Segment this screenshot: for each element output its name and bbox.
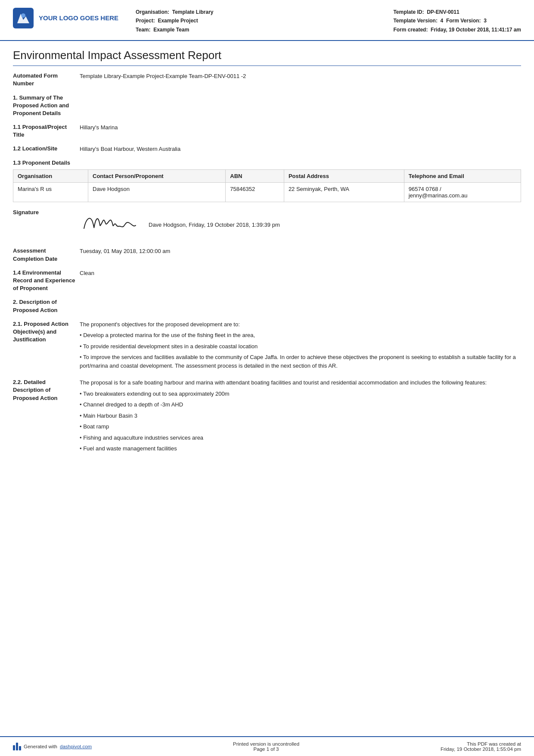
section2-2-bullet-4: • Boat ramp	[80, 422, 521, 431]
signature-row: Signature Dave Hodgson, Friday, 19 Octob…	[13, 209, 521, 240]
org-line: Organisation: Template Library	[136, 8, 393, 16]
project-label: Project:	[136, 18, 155, 24]
project-line: Project: Example Project	[136, 16, 393, 25]
section2-2-bullet-2: • Channel dredged to a depth of -3m AHD	[80, 400, 521, 409]
table-header-row: Organisation Contact Person/Proponent AB…	[13, 169, 521, 182]
logo-text: YOUR LOGO GOES HERE	[39, 14, 118, 22]
section1-3-heading: 1.3 Proponent Details	[13, 159, 521, 166]
section1-4-label: 1.4 Environmental Record and Experience …	[13, 269, 80, 293]
cell-telephone: 96574 0768 /jenny@marinas.com.au	[404, 182, 521, 202]
template-version-value: 4	[441, 18, 444, 24]
section2-1-row: 2.1. Proposed Action Objective(s) and Ju…	[13, 320, 521, 373]
section1-4-row: 1.4 Environmental Record and Experience …	[13, 269, 521, 293]
section2-1-bullet-1: • Develop a protected marina for the use…	[80, 331, 521, 340]
bar2	[16, 743, 18, 750]
footer-center: Printed version is uncontrolled Page 1 o…	[233, 741, 299, 752]
section1-1-label: 1.1 Proposal/Project Title	[13, 123, 80, 139]
header: YOUR LOGO GOES HERE Organisation: Templa…	[0, 0, 534, 41]
section2-2-intro: The proposal is for a safe boating harbo…	[80, 378, 521, 387]
section2-label: 2. Description of Proposed Action	[13, 298, 80, 314]
logo-block: YOUR LOGO GOES HERE	[13, 8, 118, 28]
section2-1-intro: The proponent's objectives for the propo…	[80, 320, 521, 329]
svg-point-1	[21, 13, 25, 18]
section1-row: 1. Summary of The Proposed Action and Pr…	[13, 94, 521, 118]
section1-2-row: 1.2 Location/Site Hillary's Boat Harbour…	[13, 145, 521, 153]
team-label: Team:	[136, 27, 150, 33]
svg-rect-0	[13, 8, 34, 28]
header-right: Template ID: DP-ENV-0011 Template Versio…	[393, 8, 521, 34]
cell-organisation: Marina's R us	[13, 182, 88, 202]
main-content: Environmental Impact Assessment Report A…	[0, 41, 534, 736]
form-created-label: Form created:	[393, 27, 428, 33]
bar3	[19, 746, 21, 750]
footer: Generated with dashpivot.com Printed ver…	[0, 736, 534, 756]
col-postal: Postal Address	[284, 169, 404, 182]
section1-1-value: Hillary's Marina	[80, 123, 521, 132]
col-organisation: Organisation	[13, 169, 88, 182]
signature-cursive	[80, 209, 140, 238]
bar1	[13, 745, 15, 750]
section2-2-bullet-5: • Fishing and aquaculture industries ser…	[80, 434, 521, 442]
assessment-date-value: Tuesday, 01 May 2018, 12:00:00 am	[80, 247, 521, 256]
org-label: Organisation:	[136, 9, 169, 15]
section1-1-row: 1.1 Proposal/Project Title Hillary's Mar…	[13, 123, 521, 139]
footer-logo-icon	[13, 743, 21, 750]
section2-1-label: 2.1. Proposed Action Objective(s) and Ju…	[13, 320, 80, 344]
template-id-value: DP-ENV-0011	[427, 9, 459, 15]
automated-form-value: Template Library-Example Project-Example…	[80, 72, 521, 81]
section2-2-bullet-1: • Two breakwaters extending out to sea a…	[80, 390, 521, 398]
section2-2-bullet-3: • Main Harbour Basin 3	[80, 412, 521, 420]
footer-page-number: Page 1 of 3	[233, 747, 299, 752]
signature-block: Dave Hodgson, Friday, 19 October 2018, 1…	[80, 209, 521, 240]
form-version-value: 3	[484, 18, 487, 24]
cell-contact: Dave Hodgson	[88, 182, 226, 202]
header-meta: Organisation: Template Library Project: …	[136, 8, 393, 34]
template-id-line: Template ID: DP-ENV-0011	[393, 8, 521, 16]
team-line: Team: Example Team	[136, 25, 393, 34]
signature-label: Signature	[13, 209, 80, 216]
section2-1-bullet-2: • To provide residential development sit…	[80, 342, 521, 351]
assessment-date-label: Assessment Completion Date	[13, 247, 80, 262]
section2-2-label: 2.2. Detailed Description of Proposed Ac…	[13, 378, 80, 402]
form-created-line: Form created: Friday, 19 October 2018, 1…	[393, 25, 521, 34]
form-version-label: Form Version:	[446, 18, 481, 24]
team-value: Example Team	[153, 27, 189, 33]
template-version-label: Template Version:	[393, 18, 437, 24]
section2-row: 2. Description of Proposed Action	[13, 298, 521, 314]
proponent-table: Organisation Contact Person/Proponent AB…	[13, 169, 521, 202]
col-telephone: Telephone and Email	[404, 169, 521, 182]
section2-1-content: The proponent's objectives for the propo…	[80, 320, 521, 373]
footer-right: This PDF was created at Friday, 19 Octob…	[441, 741, 521, 752]
template-id-label: Template ID:	[393, 9, 424, 15]
automated-form-label: Automated Form Number	[13, 72, 80, 87]
form-created-value: Friday, 19 October 2018, 11:41:17 am	[431, 27, 521, 33]
assessment-date-row: Assessment Completion Date Tuesday, 01 M…	[13, 247, 521, 262]
cell-abn: 75846352	[226, 182, 284, 202]
logo-icon	[13, 8, 34, 28]
project-value: Example Project	[158, 18, 198, 24]
signature-info: Dave Hodgson, Friday, 19 October 2018, 1…	[149, 222, 280, 228]
footer-pdf-value: Friday, 19 October 2018, 1:55:04 pm	[441, 747, 521, 752]
footer-pdf-label: This PDF was created at	[441, 741, 521, 747]
section1-2-label: 1.2 Location/Site	[13, 145, 80, 153]
col-contact: Contact Person/Proponent	[88, 169, 226, 182]
footer-page-info: Printed version is uncontrolled	[233, 741, 299, 747]
section2-2-bullet-6: • Fuel and waste management facilities	[80, 444, 521, 453]
cell-postal: 22 Seminyak, Perth, WA	[284, 182, 404, 202]
footer-link[interactable]: dashpivot.com	[60, 744, 92, 749]
col-abn: ABN	[226, 169, 284, 182]
table-row: Marina's R us Dave Hodgson 75846352 22 S…	[13, 182, 521, 202]
report-title: Environmental Impact Assessment Report	[13, 49, 521, 66]
section1-4-value: Clean	[80, 269, 521, 278]
section2-2-content: The proposal is for a safe boating harbo…	[80, 378, 521, 456]
automated-form-row: Automated Form Number Template Library-E…	[13, 72, 521, 87]
section2-1-bullet-3: • To improve the services and facilities…	[80, 353, 521, 370]
section2-2-row: 2.2. Detailed Description of Proposed Ac…	[13, 378, 521, 456]
generated-text: Generated with	[24, 744, 57, 749]
org-value: Template Library	[172, 9, 214, 15]
footer-left: Generated with dashpivot.com	[13, 743, 92, 750]
section1-label: 1. Summary of The Proposed Action and Pr…	[13, 94, 80, 118]
page: YOUR LOGO GOES HERE Organisation: Templa…	[0, 0, 534, 756]
section1-2-value: Hillary's Boat Harbour, Western Australi…	[80, 145, 521, 153]
template-version-line: Template Version: 4 Form Version: 3	[393, 16, 521, 25]
